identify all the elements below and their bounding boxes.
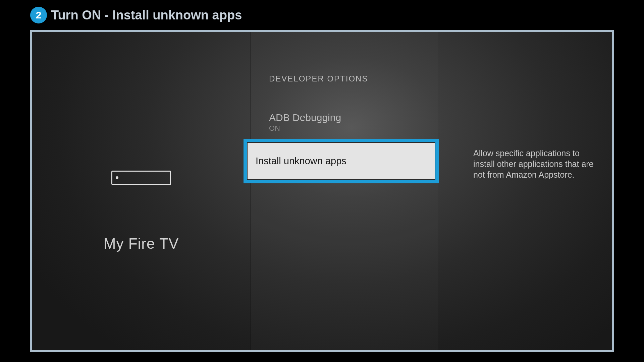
step-header: 2 Turn ON - Install unknown apps [0,0,644,30]
setting-value-adb: ON [269,124,438,133]
settings-list-panel: DEVELOPER OPTIONS ADB Debugging ON Insta… [250,32,438,350]
section-header: DEVELOPER OPTIONS [269,74,438,83]
left-panel: My Fire TV [32,32,250,350]
setting-item-unknown-apps[interactable]: Install unknown apps [247,142,435,180]
setting-item-adb[interactable]: ADB Debugging ON [269,112,438,133]
device-indicator-dot [116,176,118,179]
firetv-stick-icon [111,171,171,185]
setting-description: Allow specific applications to install o… [473,148,595,180]
step-number: 2 [36,9,42,21]
device-label: My Fire TV [104,235,179,252]
setting-label-unknown-apps: Install unknown apps [256,156,427,167]
description-panel: Allow specific applications to install o… [455,32,612,350]
selection-highlight: Install unknown apps [244,139,439,183]
step-number-badge: 2 [30,7,47,23]
screenshot-frame: My Fire TV DEVELOPER OPTIONS ADB Debuggi… [30,30,614,352]
setting-label-adb: ADB Debugging [269,112,438,123]
step-title: Turn ON - Install unknown apps [51,8,242,22]
